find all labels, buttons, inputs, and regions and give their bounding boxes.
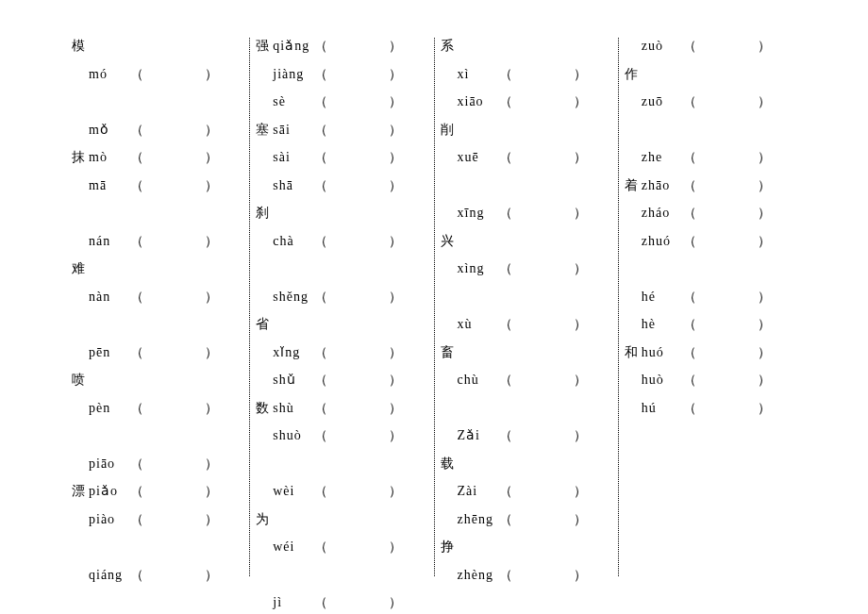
- entry-line: [441, 289, 612, 317]
- right-paren: ）: [758, 177, 772, 194]
- entry-line: 和huó（）: [625, 344, 796, 373]
- right-paren: ）: [205, 456, 219, 473]
- worksheet-page: 模mó（）mǒ（）抹mò（）mā（）nán（）难nàn（）pēn（）喷pèn（）…: [66, 38, 802, 576]
- entry-line: Zài（）: [441, 483, 612, 511]
- right-paren: ）: [758, 205, 772, 222]
- hanzi-char: 省: [256, 316, 273, 333]
- pinyin-text: wèi: [273, 484, 314, 499]
- pinyin-text: Zài: [458, 484, 499, 499]
- pinyin-text: nán: [89, 234, 130, 249]
- left-paren: （: [683, 177, 697, 194]
- entry-line: hè（）: [625, 316, 796, 344]
- pinyin-text: hú: [642, 401, 683, 416]
- hanzi-char: 塞: [256, 122, 273, 139]
- entry-line: 难: [72, 260, 243, 289]
- pinyin-text: mó: [89, 67, 130, 82]
- pinyin-text: Zǎi: [458, 427, 499, 443]
- right-paren: ）: [389, 122, 403, 139]
- entry-line: [625, 122, 796, 150]
- entry-line: 抹mò（）: [72, 149, 243, 177]
- entry-line: xǐng（）: [256, 344, 427, 373]
- left-paren: （: [499, 427, 513, 444]
- left-paren: （: [683, 149, 697, 166]
- left-paren: （: [499, 93, 513, 110]
- entry-line: mǒ（）: [72, 122, 243, 150]
- right-paren: ）: [389, 344, 403, 361]
- pinyin-text: qiáng: [89, 568, 130, 583]
- entry-line: sài（）: [256, 149, 427, 177]
- pinyin-text: pèn: [89, 401, 130, 416]
- entry-line: chù（）: [441, 372, 612, 400]
- hanzi-char: 喷: [72, 372, 89, 389]
- right-paren: ）: [389, 400, 403, 417]
- left-paren: （: [130, 233, 144, 250]
- entry-line: 数shù（）: [256, 400, 427, 428]
- left-paren: （: [499, 66, 513, 83]
- entry-line: Zǎi（）: [441, 427, 612, 456]
- left-paren: （: [130, 344, 144, 361]
- entry-line: [256, 567, 427, 595]
- pinyin-text: xǐng: [273, 344, 314, 360]
- pinyin-text: zuō: [642, 94, 683, 109]
- right-paren: ）: [758, 289, 772, 306]
- pinyin-text: zuò: [642, 39, 683, 54]
- entry-line: [72, 539, 243, 567]
- right-paren: ）: [205, 344, 219, 361]
- entry-line: hé（）: [625, 289, 796, 317]
- pinyin-text: jiàng: [273, 67, 314, 82]
- right-paren: ）: [389, 93, 403, 110]
- left-paren: （: [314, 177, 328, 194]
- pinyin-text: zhēng: [458, 512, 499, 527]
- pinyin-text: xīng: [458, 206, 499, 221]
- entry-line: 喷: [72, 372, 243, 400]
- pinyin-text: shā: [273, 178, 314, 193]
- hanzi-char: 抹: [72, 149, 89, 166]
- right-paren: ）: [574, 260, 588, 277]
- entry-line: 刹: [256, 205, 427, 233]
- left-paren: （: [683, 233, 697, 250]
- entry-line: 系: [441, 38, 612, 66]
- entry-line: [72, 316, 243, 344]
- right-paren: ）: [205, 567, 219, 584]
- left-paren: （: [683, 400, 697, 417]
- pinyin-text: shuò: [273, 428, 314, 443]
- left-paren: （: [499, 205, 513, 222]
- right-paren: ）: [574, 567, 588, 584]
- right-paren: ）: [574, 205, 588, 222]
- right-paren: ）: [758, 372, 772, 389]
- entry-line: zuò（）: [625, 38, 796, 66]
- left-paren: （: [314, 594, 328, 611]
- left-paren: （: [130, 177, 144, 194]
- left-paren: （: [314, 400, 328, 417]
- pinyin-text: sài: [273, 150, 314, 165]
- entry-line: 载: [441, 456, 612, 484]
- pinyin-text: chà: [273, 234, 314, 249]
- pinyin-text: hé: [642, 290, 683, 305]
- left-paren: （: [314, 122, 328, 139]
- left-paren: （: [683, 372, 697, 389]
- entry-line: nàn（）: [72, 289, 243, 317]
- left-paren: （: [683, 93, 697, 110]
- column-2: 强qiǎng（）jiàng（）sè（）塞sāi（）sài（）shā（）刹chà（…: [249, 38, 433, 576]
- left-paren: （: [683, 344, 697, 361]
- left-paren: （: [314, 483, 328, 500]
- hanzi-char: 数: [256, 400, 273, 417]
- left-paren: （: [499, 372, 513, 389]
- pinyin-text: sè: [273, 94, 314, 109]
- pinyin-text: shěng: [273, 290, 314, 305]
- left-paren: （: [499, 316, 513, 333]
- entry-line: [72, 93, 243, 122]
- right-paren: ）: [574, 427, 588, 444]
- right-paren: ）: [205, 233, 219, 250]
- left-paren: （: [314, 344, 328, 361]
- entry-line: zuō（）: [625, 93, 796, 122]
- entry-line: jì（）: [256, 594, 427, 614]
- left-paren: （: [314, 93, 328, 110]
- pinyin-text: huó: [642, 345, 683, 360]
- left-paren: （: [314, 372, 328, 389]
- right-paren: ）: [205, 122, 219, 139]
- right-paren: ）: [574, 316, 588, 333]
- right-paren: ）: [574, 372, 588, 389]
- entry-line: jiàng（）: [256, 66, 427, 94]
- entry-line: mā（）: [72, 177, 243, 206]
